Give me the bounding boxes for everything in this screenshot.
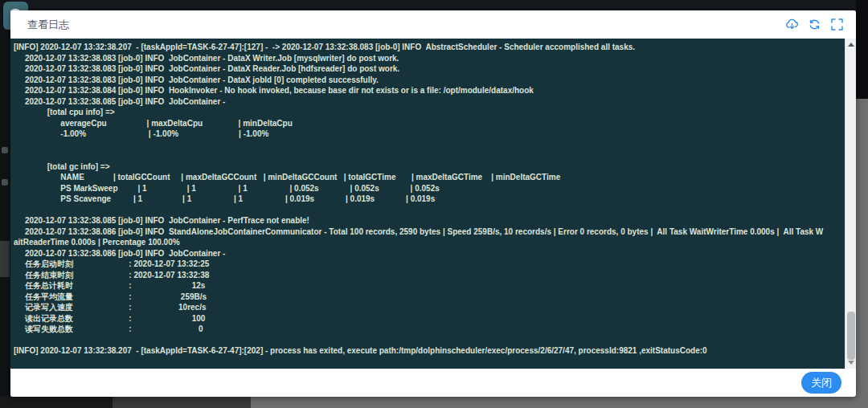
fullscreen-icon[interactable] bbox=[829, 17, 845, 32]
refresh-icon[interactable] bbox=[807, 17, 822, 32]
background-bottom-black-patch bbox=[0, 397, 113, 408]
log-content: [INFO] 2020-12-07 13:32:38.207 - [taskAp… bbox=[10, 39, 845, 357]
close-button[interactable]: 关闭 bbox=[801, 372, 841, 394]
view-log-dialog: 查看日志 [ bbox=[10, 10, 856, 397]
log-scrollbar[interactable] bbox=[845, 39, 856, 369]
triangle-up-icon bbox=[848, 43, 854, 47]
triangle-down-icon bbox=[848, 361, 854, 365]
background-right-strip bbox=[856, 0, 868, 99]
log-toolbar bbox=[784, 10, 845, 39]
background-bottom-dark-patch bbox=[113, 397, 251, 408]
background-top-strip bbox=[0, 0, 868, 10]
dialog-header: 查看日志 bbox=[10, 10, 856, 39]
scrollbar-thumb[interactable] bbox=[847, 312, 855, 360]
dialog-footer: 关闭 bbox=[10, 369, 856, 397]
background-left-patch bbox=[0, 241, 10, 277]
dialog-title: 查看日志 bbox=[27, 18, 69, 32]
scrollbar-up-arrow[interactable] bbox=[845, 39, 856, 50]
background-sidebar-icon bbox=[2, 147, 8, 153]
scrollbar-down-arrow[interactable] bbox=[845, 357, 856, 368]
cloud-download-icon[interactable] bbox=[784, 17, 800, 32]
background-sidebar-icon bbox=[2, 179, 8, 186]
background-left-strip bbox=[0, 0, 10, 397]
log-area: [INFO] 2020-12-07 13:32:38.207 - [taskAp… bbox=[10, 39, 856, 369]
